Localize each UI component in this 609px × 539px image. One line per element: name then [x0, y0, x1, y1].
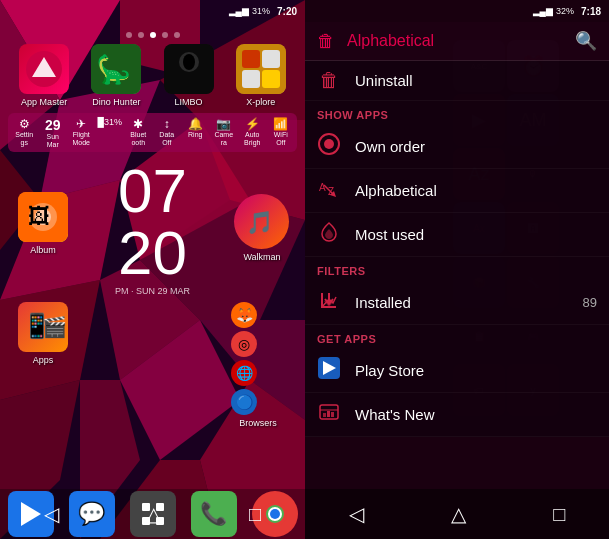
app-icon-album[interactable]: 🖼 Album [12, 192, 74, 255]
qs-calendar[interactable]: 29 SunMar [39, 117, 68, 148]
time-left: 7:20 [277, 6, 297, 17]
dot-2 [138, 32, 144, 38]
filters-section-label: FILTERS [305, 257, 609, 281]
search-button-right[interactable]: 🔍 [575, 30, 597, 52]
svg-text:🎬: 🎬 [42, 315, 67, 339]
right-panel: A&C ⏰ ▶ AM Az 🎙 Ax 🅰 📦 🔧 📋 🎮 🏷 y [305, 0, 609, 539]
walkman-label: Walkman [243, 252, 280, 262]
dropdown-top-bar: 🗑 Alphabetical 🔍 [305, 22, 609, 61]
qs-flightmode[interactable]: ✈ FlightMode [67, 117, 96, 148]
battery-right: 32% [556, 6, 574, 16]
play-store-item[interactable]: Play Store [305, 349, 609, 393]
browsers-label: Browsers [239, 418, 277, 428]
album-img: 🖼 [18, 192, 68, 242]
whats-new-text: What's New [355, 406, 597, 423]
signal-left: ▂▄▆ [229, 6, 249, 16]
svg-point-25 [183, 54, 195, 70]
app-icon-browsers[interactable]: 🦊 ◎ 🌐 🔵 Browsers [227, 302, 289, 428]
most-used-item[interactable]: Most used [305, 213, 609, 257]
dropdown-title: Alphabetical [347, 32, 563, 50]
dinohunter-label: Dino Hunter [92, 97, 140, 107]
dot-5 [174, 32, 180, 38]
clock-hour: 07 [118, 160, 187, 222]
battery-left: 31% [252, 6, 270, 16]
app-icon-appmaster[interactable]: App Master [13, 44, 75, 107]
qs-wifi[interactable]: 📶 WiFiOff [267, 117, 296, 148]
clock-date: PM · SUN 29 MAR [115, 286, 190, 296]
nav-bar-left: ◁ △ □ [0, 489, 305, 539]
limbo-label: LIMBO [175, 97, 203, 107]
svg-text:🎵: 🎵 [246, 209, 274, 236]
walkman-img: 🎵 [234, 194, 289, 249]
installed-badge: 89 [583, 295, 597, 310]
get-apps-section-label: GET APPS [305, 325, 609, 349]
alphabetical-icon: A Z [317, 177, 341, 204]
whats-new-icon [317, 401, 341, 428]
clock-widget: 07 20 PM · SUN 29 MAR [115, 160, 190, 296]
dot-1 [126, 32, 132, 38]
show-apps-section-label: SHOW APPS [305, 101, 609, 125]
qs-camera[interactable]: 📷 Camera [210, 117, 239, 148]
page-dots [8, 32, 297, 38]
svg-rect-29 [242, 70, 260, 88]
qs-bluetooth[interactable]: ✱ Bluetooth [124, 117, 153, 148]
nav-recent-left[interactable]: □ [249, 503, 261, 526]
svg-text:A: A [319, 182, 326, 193]
nav-back-left[interactable]: ◁ [44, 502, 59, 526]
dinohunter-img: 🦕 [91, 44, 141, 94]
own-order-icon [317, 133, 341, 160]
installed-item[interactable]: Installed 89 [305, 281, 609, 325]
nav-back-right[interactable]: ◁ [349, 502, 364, 526]
dropdown-panel: 🗑 Alphabetical 🔍 🗑 Uninstall SHOW APPS O… [305, 22, 609, 539]
alphabetical-item[interactable]: A Z Alphabetical [305, 169, 609, 213]
qs-brightness[interactable]: ⚡ AutoBrigh [238, 117, 267, 148]
status-icons-right: ▂▄▆ 32% 7:18 [533, 6, 601, 17]
play-store-icon [317, 357, 341, 384]
status-bar-right: ▂▄▆ 32% 7:18 [305, 0, 609, 22]
status-bar-left: ▂▄▆ 31% 7:20 [0, 0, 305, 22]
svg-rect-62 [331, 412, 334, 417]
dot-4 [162, 32, 168, 38]
qs-ring[interactable]: 🔔 Ring [181, 117, 210, 148]
installed-icon [317, 289, 341, 316]
qs-settings[interactable]: ⚙ Settings [10, 117, 39, 148]
uninstall-item[interactable]: 🗑 Uninstall [305, 61, 609, 101]
play-store-text: Play Store [355, 362, 597, 379]
apps-img: 📱 🎬 [18, 302, 68, 352]
limbo-img [164, 44, 214, 94]
whats-new-item[interactable]: What's New [305, 393, 609, 437]
nav-home-right[interactable]: △ [451, 502, 466, 526]
most-used-text: Most used [355, 226, 597, 243]
app-icon-dinohunter[interactable]: 🦕 Dino Hunter [85, 44, 147, 107]
app-icon-xplore[interactable]: X-plore [230, 44, 292, 107]
app-row-2: 📱 🎬 Apps 🦊 ◎ 🌐 🔵 Browsers [8, 302, 297, 428]
nav-recent-right[interactable]: □ [553, 503, 565, 526]
svg-rect-27 [242, 50, 260, 68]
signal-right: ▂▄▆ [533, 6, 553, 16]
time-right: 7:18 [581, 6, 601, 17]
trash-icon[interactable]: 🗑 [317, 31, 335, 52]
svg-text:🖼: 🖼 [28, 204, 50, 229]
svg-rect-61 [327, 411, 330, 417]
album-label: Album [30, 245, 56, 255]
app-icon-walkman[interactable]: 🎵 Walkman [231, 194, 293, 262]
nav-bar-right: ◁ △ □ [305, 489, 609, 539]
svg-rect-60 [323, 413, 326, 417]
uninstall-label: Uninstall [355, 72, 597, 89]
xplore-img [236, 44, 286, 94]
app-icon-apps[interactable]: 📱 🎬 Apps [12, 302, 74, 365]
own-order-item[interactable]: Own order [305, 125, 609, 169]
appmaster-label: App Master [21, 97, 67, 107]
app-row-1: App Master 🦕 Dino Hunter [8, 44, 297, 107]
svg-text:🦕: 🦕 [96, 53, 131, 86]
browsers-img: 🦊 ◎ 🌐 🔵 [231, 302, 285, 415]
app-icon-limbo[interactable]: LIMBO [158, 44, 220, 107]
alphabetical-text: Alphabetical [355, 182, 597, 199]
qs-data[interactable]: ↕ DataOff [153, 117, 182, 148]
qs-battery[interactable]: █31% [96, 117, 125, 148]
nav-home-left[interactable]: △ [146, 502, 161, 526]
svg-rect-28 [262, 50, 280, 68]
svg-point-49 [324, 139, 334, 149]
xplore-label: X-plore [246, 97, 275, 107]
apps-label: Apps [33, 355, 54, 365]
